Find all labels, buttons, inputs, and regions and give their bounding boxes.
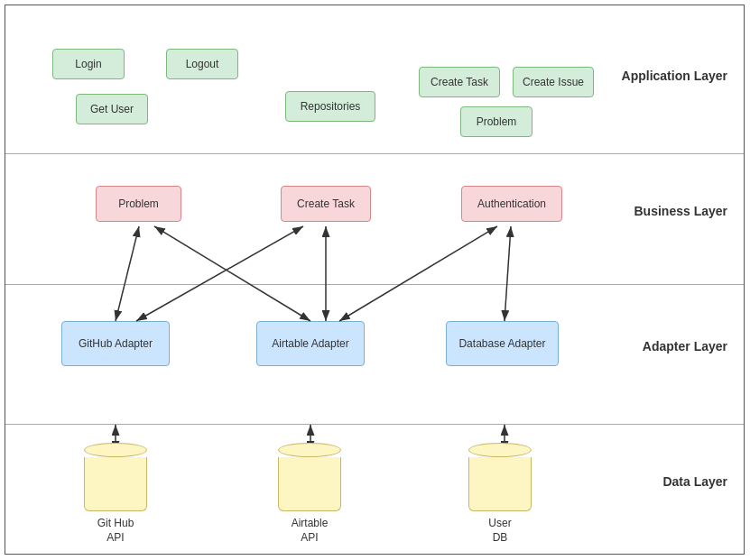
adapter-layer-label: Adapter Layer [643,339,727,353]
create-task-app-box: Create Task [419,67,500,97]
github-api-cylinder: Git HubAPI [84,443,147,552]
authentication-box: Authentication [461,186,562,222]
database-adapter-box: Database Adapter [446,321,559,366]
cylinder-top [278,443,341,457]
get-user-box: Get User [76,94,148,124]
cylinder-top [84,443,147,457]
problem-biz-box: Problem [96,186,181,222]
cylinder-body [84,457,147,511]
airtable-api-label: AirtableAPI [292,517,329,545]
data-layer: Data Layer Git HubAPI AirtableAPI UserDB [5,425,744,554]
user-db-label: UserDB [488,517,511,545]
github-api-label: Git HubAPI [97,517,134,545]
create-issue-box: Create Issue [513,67,594,97]
cylinder-top [468,443,532,457]
adapter-layer: Adapter Layer GitHub Adapter Airtable Ad… [5,285,744,425]
diagram-container: Application Layer Login Logout Get User … [5,5,745,555]
user-db-cylinder: UserDB [468,443,532,552]
application-layer-label: Application Layer [622,69,727,83]
github-adapter-box: GitHub Adapter [61,321,170,366]
cylinder-body [468,457,532,511]
airtable-adapter-box: Airtable Adapter [256,321,365,366]
business-layer-label: Business Layer [634,204,728,218]
application-layer: Application Layer Login Logout Get User … [5,5,744,154]
logout-box: Logout [166,49,238,79]
login-box: Login [52,49,125,79]
repositories-box: Repositories [285,91,375,122]
cylinder-body [278,457,341,511]
business-layer: Business Layer Problem Create Task Authe… [5,154,744,285]
data-layer-label: Data Layer [662,474,727,489]
airtable-api-cylinder: AirtableAPI [278,443,341,552]
problem-app-box: Problem [460,106,532,137]
create-task-biz-box: Create Task [281,186,371,222]
